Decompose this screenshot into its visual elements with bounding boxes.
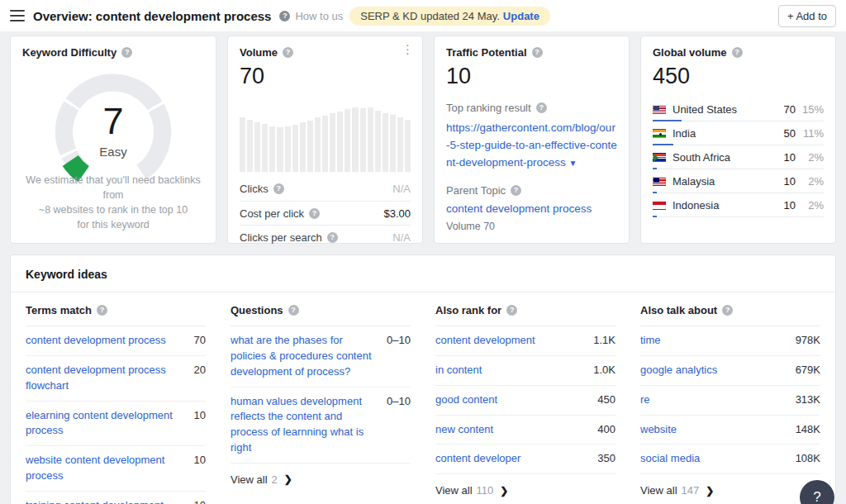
- keyword-row: time978K: [640, 326, 820, 356]
- volume-trend-bar: [240, 117, 245, 172]
- view-all-questions[interactable]: View all 2 ❯: [231, 464, 411, 486]
- keyword-link[interactable]: re: [640, 392, 650, 408]
- traffic-potential-card: Traffic Potential ? 10 Top ranking resul…: [434, 36, 630, 244]
- keyword-link[interactable]: in content: [435, 363, 482, 378]
- help-icon[interactable]: ?: [732, 47, 743, 58]
- volume-trend-bar: [269, 126, 275, 172]
- view-all-count: 147: [682, 484, 700, 497]
- keyword-row: good content450: [435, 386, 615, 416]
- keyword-link[interactable]: website: [640, 422, 677, 438]
- help-icon[interactable]: ?: [97, 305, 107, 316]
- view-all-also-talk-about[interactable]: View all 147 ❯: [640, 474, 820, 497]
- volume-trend-bar: [360, 108, 366, 172]
- help-icon[interactable]: ?: [309, 208, 320, 219]
- keyword-link[interactable]: elearning content development process: [26, 408, 188, 440]
- keyword-volume: 20: [194, 363, 206, 394]
- keyword-volume: 70: [194, 333, 206, 349]
- volume-trend-bar: [247, 120, 253, 172]
- country-volume: 10: [774, 175, 796, 188]
- flag-icon-za: [653, 153, 666, 162]
- keyword-row: re313K: [640, 386, 820, 416]
- difficulty-label: Easy: [22, 145, 204, 159]
- top-ranking-url-link[interactable]: https://gathercontent.com/blog/our-5-ste…: [446, 121, 617, 169]
- keyword-row: google analytics679K: [640, 356, 820, 386]
- keyword-link[interactable]: time: [640, 333, 661, 349]
- keyword-volume: 148K: [796, 422, 820, 438]
- kebab-menu-icon[interactable]: ⋮: [402, 43, 414, 55]
- column-header: Terms match ?: [26, 292, 206, 326]
- how-to-use-link[interactable]: How to us: [295, 10, 343, 22]
- keyword-link[interactable]: content developer: [435, 451, 520, 467]
- keyword-link[interactable]: good content: [435, 392, 497, 408]
- keyword-link[interactable]: training content development process: [26, 498, 188, 504]
- country-row: South Africa102%: [653, 145, 824, 169]
- view-all-also-rank-for[interactable]: View all 110 ❯: [435, 474, 615, 497]
- keyword-link[interactable]: human values development reflects the co…: [231, 394, 380, 456]
- help-icon[interactable]: ?: [283, 47, 293, 58]
- chevron-down-icon[interactable]: ▼: [569, 159, 577, 168]
- flag-icon-my: [653, 177, 666, 186]
- difficulty-note: We estimate that you'll need backlinks f…: [19, 173, 207, 233]
- keyword-link[interactable]: social media: [640, 451, 700, 467]
- help-icon[interactable]: ?: [506, 305, 517, 316]
- keyword-link[interactable]: new content: [435, 422, 493, 438]
- keyword-volume: 10: [194, 498, 206, 504]
- volume-trend-bar: [405, 120, 411, 172]
- help-icon[interactable]: ?: [288, 305, 299, 316]
- help-icon[interactable]: ?: [327, 232, 338, 243]
- update-link[interactable]: Update: [503, 10, 539, 22]
- global-volume-value: 450: [653, 64, 824, 89]
- parent-topic-link[interactable]: content development process: [446, 202, 592, 215]
- volume-title: Volume: [240, 46, 278, 59]
- card-title: Global volume ?: [653, 46, 824, 59]
- keyword-ideas-card: Keyword ideas Terms match ? content deve…: [10, 254, 836, 504]
- help-icon[interactable]: ?: [121, 47, 132, 58]
- country-percent: 15%: [796, 103, 824, 116]
- country-list: United States7015%India5011%South Africa…: [653, 97, 824, 217]
- keyword-row: content development process70: [26, 326, 206, 356]
- top-ranking-result: https://gathercontent.com/blog/our-5-ste…: [446, 120, 617, 172]
- topbar: Overview: content development process ? …: [0, 0, 846, 31]
- note-line: for this keyword: [19, 217, 207, 232]
- column-rows: what are the phases for policies & proce…: [231, 326, 411, 464]
- card-title: Volume ?: [240, 46, 411, 59]
- stat-value: N/A: [392, 231, 411, 244]
- country-share-bar: [653, 216, 657, 217]
- country-volume: 10: [774, 199, 796, 212]
- country-percent: 2%: [796, 199, 824, 212]
- help-icon[interactable]: ?: [279, 11, 290, 21]
- help-icon[interactable]: ?: [532, 47, 543, 58]
- flag-icon-id: [653, 201, 666, 210]
- keyword-row: what are the phases for policies & proce…: [231, 326, 411, 388]
- keyword-ideas-columns: Terms match ? content development proces…: [11, 292, 835, 504]
- add-to-button[interactable]: + Add to: [778, 5, 836, 27]
- country-name: United States: [673, 103, 774, 116]
- volume-value: 70: [240, 64, 411, 89]
- volume-trend-bar: [390, 115, 396, 172]
- keyword-row: social media108K: [640, 445, 820, 474]
- help-icon[interactable]: ?: [536, 102, 547, 113]
- country-row: Indonesia102%: [653, 193, 824, 217]
- keyword-link[interactable]: what are the phases for policies & proce…: [231, 333, 380, 380]
- menu-icon[interactable]: [10, 10, 25, 21]
- volume-stat-row: Clicks?N/A: [240, 177, 411, 201]
- help-icon[interactable]: ?: [722, 305, 733, 316]
- keyword-link[interactable]: content development process: [26, 333, 166, 349]
- keyword-link[interactable]: content development: [435, 333, 535, 349]
- keyword-link[interactable]: google analytics: [640, 363, 717, 378]
- keyword-row: elearning content development process10: [26, 402, 206, 447]
- keyword-volume: 679K: [796, 363, 820, 378]
- volume-trend-bar: [352, 107, 358, 172]
- traffic-potential-title: Traffic Potential: [446, 46, 527, 59]
- serp-update-text: SERP & KD updated 24 May.: [360, 10, 500, 22]
- keyword-volume: 1.0K: [593, 363, 615, 378]
- help-icon[interactable]: ?: [511, 185, 521, 196]
- keyword-volume: 978K: [796, 333, 820, 349]
- keyword-link[interactable]: content development process flowchart: [26, 363, 188, 394]
- country-name: Indonesia: [673, 199, 774, 212]
- help-icon[interactable]: ?: [273, 183, 284, 194]
- country-percent: 2%: [796, 175, 824, 188]
- country-name: South Africa: [673, 151, 774, 164]
- keyword-row: new content400: [435, 416, 615, 445]
- keyword-link[interactable]: website content development process: [26, 453, 188, 484]
